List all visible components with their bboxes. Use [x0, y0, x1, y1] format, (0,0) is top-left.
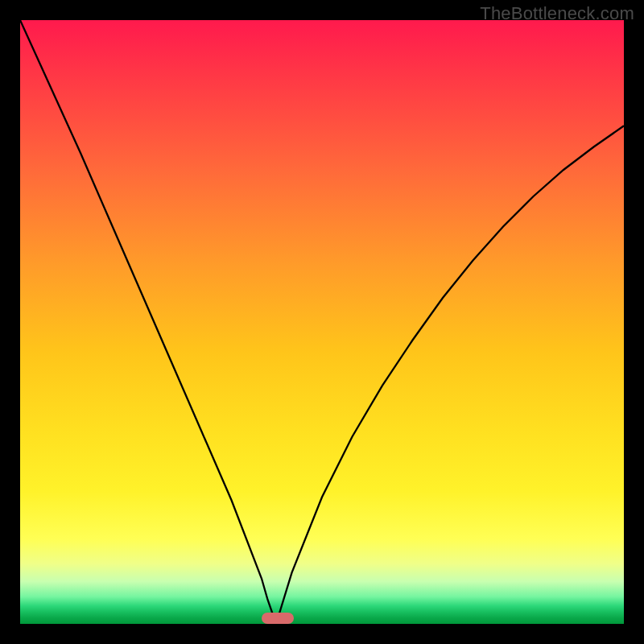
watermark-text: TheBottleneck.com [480, 3, 634, 24]
optimal-marker [262, 613, 294, 624]
plot-area [20, 20, 624, 624]
gradient-background [20, 20, 624, 624]
chart-frame: TheBottleneck.com [0, 0, 644, 644]
